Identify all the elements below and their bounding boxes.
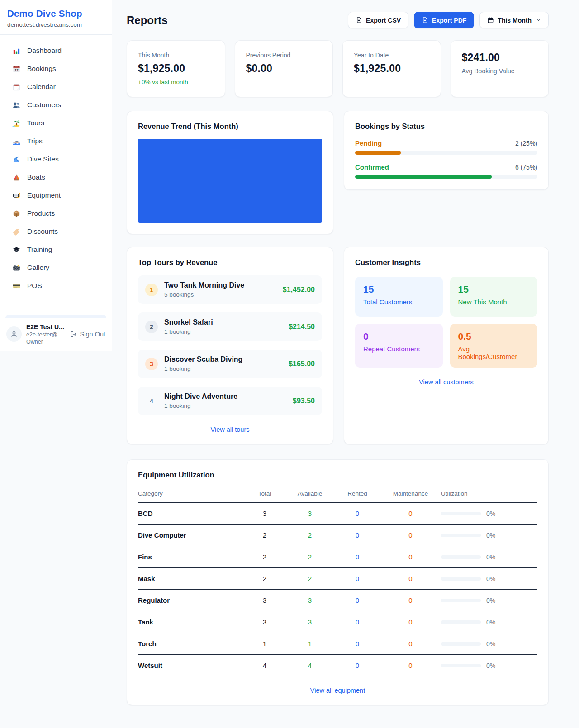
insight-value: 0.5 (458, 331, 530, 342)
cell-rented: 0 (335, 590, 380, 611)
top-tours-card: Top Tours by Revenue 1 Two Tank Morning … (127, 247, 333, 444)
sidebar-item-equipment[interactable]: Equipment (5, 186, 106, 204)
file-download-icon (356, 17, 362, 24)
tour-amount: $1,452.00 (283, 286, 315, 294)
utilization-pct: 0% (486, 597, 495, 604)
diving-mask-icon (12, 191, 21, 200)
table-header-row: Category Total Available Rented Maintena… (138, 487, 537, 503)
view-all-equipment-link[interactable]: View all equipment (138, 687, 537, 694)
svg-text:17: 17 (14, 68, 18, 72)
sidebar-item-pos[interactable]: POS (5, 277, 106, 295)
user-footer: E2E Test U... e2e-tester@... Owner Sign … (0, 318, 112, 351)
cell-maintenance: 0 (380, 655, 441, 676)
table-row: Mask 2 2 0 0 0% (138, 568, 537, 590)
cell-total: 3 (244, 611, 285, 633)
cell-category: Fins (138, 546, 244, 568)
cell-available: 2 (285, 525, 335, 546)
tour-amount: $214.50 (289, 323, 315, 331)
rank-badge: 1 (145, 284, 158, 296)
file-download-icon (422, 17, 428, 24)
sidebar-item-dive-sites[interactable]: Dive Sites (5, 150, 106, 168)
tour-list-item[interactable]: 3 Discover Scuba Diving 1 booking $165.0… (138, 350, 322, 378)
sidebar-item-boats[interactable]: Boats (5, 168, 106, 186)
column-header-rented: Rented (335, 487, 380, 503)
cell-category: Regulator (138, 590, 244, 611)
cell-utilization: 0% (441, 546, 537, 568)
utilization-bar (441, 599, 481, 602)
person-icon (10, 330, 18, 338)
cell-total: 2 (244, 546, 285, 568)
period-dropdown[interactable]: This Month (479, 12, 549, 28)
cell-total: 1 (244, 633, 285, 655)
utilization-pct: 0% (486, 553, 495, 561)
sailboat-icon (12, 173, 21, 182)
stat-label: Year to Date (354, 52, 430, 59)
status-row-confirmed: Confirmed 6 (75%) (355, 163, 537, 179)
cell-available: 2 (285, 546, 335, 568)
insight-tile-new-this-month: 15 New This Month (450, 277, 538, 317)
sidebar-item-label: Dashboard (27, 47, 62, 55)
user-role: Owner (26, 339, 66, 345)
equipment-table: Category Total Available Rented Maintena… (138, 487, 537, 676)
sign-out-label: Sign Out (80, 331, 105, 338)
sidebar-item-label: Boats (27, 173, 45, 181)
utilization-bar (441, 664, 481, 667)
cell-total: 3 (244, 590, 285, 611)
status-bar-track (355, 175, 537, 179)
rank-badge: 4 (145, 395, 158, 407)
export-csv-button[interactable]: Export CSV (348, 12, 408, 28)
cell-available: 3 (285, 590, 335, 611)
sidebar-item-partial[interactable] (5, 315, 106, 318)
main-content: Reports Export CSV Export PDF This Month… (112, 0, 579, 705)
status-bar-track (355, 151, 537, 155)
utilization-pct: 0% (486, 532, 495, 539)
sidebar-item-discounts[interactable]: Discounts (5, 222, 106, 241)
revenue-trend-card: Revenue Trend (This Month) (127, 111, 333, 234)
cell-category: Tank (138, 611, 244, 633)
view-all-tours-link[interactable]: View all tours (138, 426, 322, 433)
spiral-calendar-icon (12, 82, 21, 91)
export-pdf-button[interactable]: Export PDF (414, 12, 474, 28)
stat-card-avg-booking-value: $241.00 Avg Booking Value (451, 40, 549, 97)
table-row: Tank 3 3 0 0 0% (138, 611, 537, 633)
cell-available: 1 (285, 633, 335, 655)
tour-list-item[interactable]: 1 Two Tank Morning Dive 5 bookings $1,45… (138, 275, 322, 304)
stat-value: $241.00 (462, 52, 538, 64)
cell-rented: 0 (335, 568, 380, 590)
page-header: Reports Export CSV Export PDF This Month (127, 12, 549, 28)
cell-available: 3 (285, 611, 335, 633)
cell-total: 2 (244, 525, 285, 546)
tour-name: Two Tank Morning Dive (164, 281, 276, 289)
sidebar-item-label: Trips (27, 137, 43, 145)
tour-amount: $93.50 (293, 397, 315, 405)
speedboat-icon (12, 137, 21, 146)
status-bar-fill (355, 175, 492, 179)
sidebar-item-bookings[interactable]: 17 Bookings (5, 60, 106, 78)
stat-delta: +0% vs last month (138, 79, 214, 85)
tour-list-item[interactable]: 2 Snorkel Safari 1 booking $214.50 (138, 312, 322, 341)
cell-maintenance: 0 (380, 633, 441, 655)
sidebar-item-calendar[interactable]: Calendar (5, 78, 106, 96)
cell-utilization: 0% (441, 633, 537, 655)
sidebar-item-products[interactable]: Products (5, 204, 106, 222)
tour-list-item[interactable]: 4 Night Dive Adventure 1 booking $93.50 (138, 387, 322, 415)
bookings-by-status-card: Bookings by Status Pending 2 (25%) Confi… (344, 111, 549, 190)
sidebar-item-trips[interactable]: Trips (5, 132, 106, 150)
sidebar-item-training[interactable]: Training (5, 241, 106, 259)
sidebar-item-gallery[interactable]: Gallery (5, 259, 106, 277)
cell-rented: 0 (335, 503, 380, 525)
sidebar-item-label: Discounts (27, 227, 58, 236)
status-label: Confirmed (355, 163, 389, 171)
status-label: Pending (355, 139, 382, 147)
sign-out-button[interactable]: Sign Out (70, 331, 105, 338)
sidebar-item-customers[interactable]: Customers (5, 96, 106, 114)
sidebar-item-dashboard[interactable]: Dashboard (5, 42, 106, 60)
package-icon (12, 209, 21, 218)
tour-bookings: 1 booking (164, 328, 282, 335)
rank-badge: 2 (145, 321, 158, 333)
chevron-down-icon (536, 18, 541, 23)
view-all-customers-link[interactable]: View all customers (355, 378, 537, 386)
sidebar-item-label: POS (27, 282, 42, 290)
sidebar-nav: Dashboard 17 Bookings Calendar Customers… (0, 35, 112, 318)
sidebar-item-tours[interactable]: Tours (5, 114, 106, 132)
